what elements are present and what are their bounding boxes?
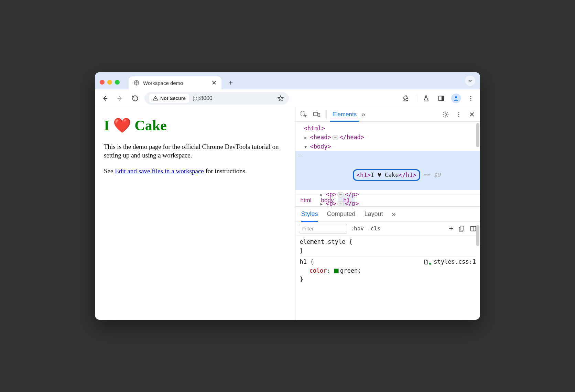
more-tabs-icon[interactable]: » [392,210,396,218]
page-content: I ❤️ Cake This is the demo page for the … [95,107,295,320]
svg-point-6 [470,99,471,100]
minimize-window-icon[interactable] [107,80,112,85]
styles-toolbar: Filter :hov .cls + [295,222,480,236]
tab-title: Workspace demo [143,80,183,86]
url-text: [::]:8000 [193,95,213,101]
dom-node[interactable]: <html> [295,124,480,133]
svg-point-12 [458,114,459,115]
menu-icon[interactable] [466,93,476,104]
filter-input[interactable]: Filter [299,224,347,233]
tab-computed[interactable]: Computed [327,207,355,221]
devtools-panel: Elements » ✕ <html> ▶<head>⋯</head> ▼<b [295,107,480,320]
more-tabs-icon[interactable]: » [361,110,365,118]
svg-rect-14 [460,226,464,230]
window-controls [100,80,120,85]
close-tab-icon[interactable]: ✕ [211,79,217,87]
panel-icon[interactable] [436,93,446,104]
tab-layout[interactable]: Layout [364,207,383,221]
svg-point-4 [470,96,471,97]
elements-tab[interactable]: Elements [332,107,357,121]
svg-point-13 [458,116,459,117]
page-heading: I ❤️ Cake [104,117,286,134]
dom-node[interactable]: ▶<p>⋯</p> [295,190,480,199]
main-area: I ❤️ Cake This is the demo page for the … [95,107,480,320]
labs-icon[interactable] [421,93,431,104]
security-label: Not Secure [160,96,186,101]
profile-avatar[interactable] [451,94,461,103]
svg-rect-9 [318,113,320,117]
address-bar[interactable]: Not Secure [::]:8000 [144,92,289,105]
warning-icon [153,96,158,101]
row-actions-icon[interactable]: ⋯ [295,152,301,160]
browser-tab[interactable]: Workspace demo ✕ [129,76,221,89]
close-window-icon[interactable] [100,80,105,85]
annotation-highlight: <h1>I ♥ Cake</h1> [353,169,420,181]
rule-declaration[interactable]: color: green; [300,266,476,275]
svg-rect-8 [314,112,318,116]
dom-node[interactable]: ▶<head>⋯</head> [295,133,480,142]
page-paragraph: This is the demo page for the official C… [104,143,286,160]
dom-node-selected[interactable]: ⋯ <h1>I ♥ Cake</h1>== $0 [295,151,480,190]
tab-strip: Workspace demo ✕ + [95,72,480,89]
device-toggle-icon[interactable] [313,110,321,119]
rule-block[interactable]: styles.css:1 h1 { color: green; } [300,257,476,285]
rule-block[interactable]: element.style { } [300,237,476,257]
extensions-icon[interactable] [401,93,411,104]
paragraph-text: for instructions. [204,167,247,175]
paragraph-text: See [104,167,115,175]
dom-tree[interactable]: <html> ▶<head>⋯</head> ▼<body> ⋯ <h1>I ♥… [295,122,480,194]
saved-indicator-icon [429,263,431,265]
rule-selector: element.style { [300,238,476,247]
cls-toggle[interactable]: .cls [367,225,381,232]
browser-toolbar: Not Secure [::]:8000 [95,89,480,107]
security-badge[interactable]: Not Secure [149,94,189,103]
rule-close: } [300,247,476,255]
divider [326,110,327,119]
color-swatch[interactable] [334,269,339,273]
svg-point-10 [445,113,447,115]
svg-rect-2 [442,96,444,100]
back-button[interactable] [99,92,111,104]
close-devtools-icon[interactable]: ✕ [468,110,476,119]
workspace-link[interactable]: Edit and save files in a workspace [115,167,204,175]
computed-panel-icon[interactable] [470,225,477,232]
rule-source[interactable]: styles.css:1 [423,258,476,267]
tabs-dropdown-button[interactable] [465,76,475,86]
devtools-header: Elements » ✕ [295,107,480,122]
new-tab-button[interactable]: + [226,78,236,88]
kebab-menu-icon[interactable] [455,110,463,119]
css-rules[interactable]: element.style { } styles.css:1 h1 { colo… [295,236,480,320]
inspect-icon[interactable] [300,110,308,119]
svg-point-5 [470,98,471,99]
svg-point-3 [455,96,457,98]
settings-icon[interactable] [442,110,450,119]
hov-toggle[interactable]: :hov [350,225,364,232]
dom-node[interactable]: ▼<body> [295,142,480,151]
bookmark-icon[interactable] [277,95,284,102]
forward-button[interactable] [114,92,126,104]
styles-pane: Styles Computed Layout » Filter :hov .cl… [295,206,480,320]
divider [416,95,416,102]
browser-window: Workspace demo ✕ + Not Secure [::]:8000 [95,72,480,320]
svg-rect-15 [471,226,476,231]
svg-point-11 [458,112,459,113]
new-style-icon[interactable]: + [449,224,453,233]
file-icon [423,259,429,265]
reload-button[interactable] [129,92,141,104]
globe-icon [133,80,140,86]
tab-styles[interactable]: Styles [301,207,318,221]
rule-close: } [300,275,476,284]
copy-styles-icon[interactable] [458,225,465,232]
styles-tabs: Styles Computed Layout » [295,207,480,222]
page-paragraph: See Edit and save files in a workspace f… [104,167,286,176]
maximize-window-icon[interactable] [115,80,120,85]
